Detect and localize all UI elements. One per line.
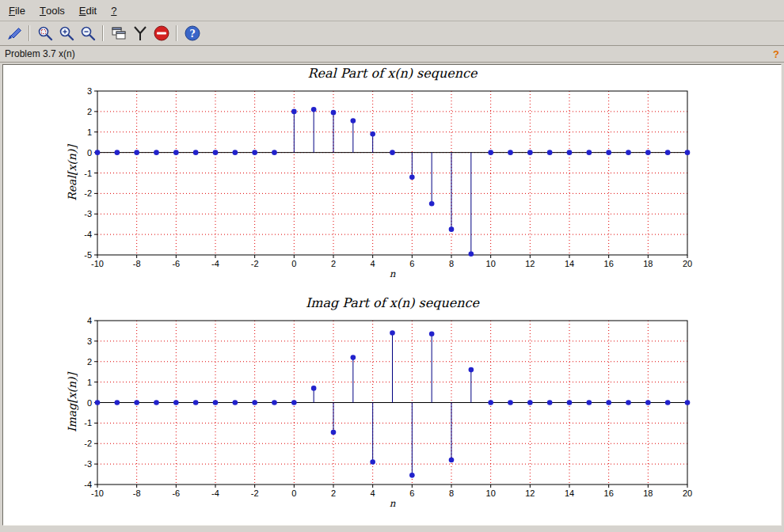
export-button[interactable] <box>3 23 25 44</box>
toolbar-separator <box>176 25 177 41</box>
svg-text:2: 2 <box>331 259 336 268</box>
canvas-frame: -10-8-6-4-202468101214161820-5-4-3-2-101… <box>0 63 784 532</box>
help-icon: ? <box>184 25 201 42</box>
svg-text:3: 3 <box>87 86 92 96</box>
svg-text:-8: -8 <box>133 259 141 268</box>
svg-text:4: 4 <box>87 316 92 325</box>
svg-text:?: ? <box>189 28 195 40</box>
info-bar: Problem 3.7 x(n) ? <box>0 46 784 63</box>
stop-button[interactable] <box>150 23 172 44</box>
svg-text:-4: -4 <box>84 230 92 239</box>
zoom-in-icon <box>58 25 75 42</box>
svg-text:-3: -3 <box>84 459 92 469</box>
svg-text:-5: -5 <box>84 250 92 260</box>
plot-group: -10-8-6-4-202468101214161820-4-3-2-10123… <box>66 295 692 509</box>
svg-text:-4: -4 <box>211 488 219 498</box>
export-icon <box>6 25 23 42</box>
svg-text:-2: -2 <box>251 488 259 498</box>
svg-text:12: 12 <box>525 488 535 498</box>
figure-title: Problem 3.7 x(n) <box>5 48 75 59</box>
zoom-area-button[interactable] <box>34 23 55 44</box>
svg-text:20: 20 <box>683 488 692 498</box>
svg-text:2: 2 <box>87 107 92 116</box>
svg-text:14: 14 <box>565 259 574 268</box>
menu-edit[interactable]: Edit <box>72 0 104 21</box>
svg-text:10: 10 <box>486 259 496 268</box>
svg-text:18: 18 <box>643 259 653 268</box>
svg-text:-6: -6 <box>172 259 180 268</box>
svg-text:12: 12 <box>525 259 535 268</box>
rotate-axes-button[interactable] <box>129 23 150 44</box>
svg-text:1: 1 <box>87 127 92 137</box>
svg-text:-8: -8 <box>133 488 141 498</box>
zoom-out-icon <box>79 25 97 42</box>
y-axis-label: Imag[x(n)] <box>66 372 79 432</box>
svg-text:0: 0 <box>87 398 92 408</box>
toolbar-separator <box>102 25 104 41</box>
imag-part-chart: -10-8-6-4-202468101214161820-4-3-2-10123… <box>3 294 781 524</box>
svg-text:-10: -10 <box>91 488 104 498</box>
menu-help[interactable]: ? <box>104 0 124 21</box>
svg-text:-4: -4 <box>211 259 219 268</box>
svg-text:8: 8 <box>449 259 454 268</box>
svg-text:-3: -3 <box>84 209 92 218</box>
menu-file[interactable]: File <box>2 0 32 21</box>
svg-text:-1: -1 <box>84 418 92 428</box>
real-part-chart: -10-8-6-4-202468101214161820-5-4-3-2-101… <box>3 65 781 294</box>
stems <box>95 330 691 477</box>
svg-text:16: 16 <box>604 259 614 268</box>
help-button[interactable]: ? <box>181 23 203 44</box>
svg-text:6: 6 <box>409 259 414 268</box>
zoom-area-icon <box>36 25 54 42</box>
svg-text:3: 3 <box>87 336 92 346</box>
svg-text:-2: -2 <box>84 439 92 448</box>
plot-canvas: -10-8-6-4-202468101214161820-5-4-3-2-101… <box>2 64 782 526</box>
zoom-in-button[interactable] <box>55 23 77 44</box>
svg-text:10: 10 <box>486 488 496 498</box>
svg-text:18: 18 <box>643 488 653 498</box>
x-axis-label: n <box>390 498 396 509</box>
tick-labels: -10-8-6-4-202468101214161820-4-3-2-10123… <box>84 316 692 498</box>
svg-text:14: 14 <box>565 488 574 498</box>
chart-title: Imag Part of x(n) sequence <box>306 295 481 310</box>
x-axis-label: n <box>390 268 396 279</box>
infobar-help[interactable]: ? <box>773 48 779 60</box>
y-axis-label: Real[x(n)] <box>66 144 78 201</box>
svg-text:-4: -4 <box>84 480 92 489</box>
svg-text:0: 0 <box>87 148 92 158</box>
svg-text:-2: -2 <box>251 259 259 268</box>
svg-text:2: 2 <box>331 488 336 498</box>
toolbar: ? <box>0 21 784 46</box>
svg-text:1: 1 <box>87 378 92 387</box>
svg-text:20: 20 <box>683 259 692 268</box>
zoom-out-button[interactable] <box>77 23 98 44</box>
stop-icon <box>153 25 170 42</box>
menu-bar: File Tools Edit ? <box>0 0 784 21</box>
svg-text:8: 8 <box>449 488 454 498</box>
menu-tools[interactable]: Tools <box>32 0 72 21</box>
svg-text:0: 0 <box>291 259 296 268</box>
svg-text:4: 4 <box>371 488 375 498</box>
svg-text:-10: -10 <box>91 259 104 268</box>
grid <box>97 91 687 255</box>
svg-text:-1: -1 <box>84 169 92 178</box>
rotate-axes-icon <box>131 25 149 42</box>
svg-text:-6: -6 <box>172 488 180 498</box>
toolbar-separator <box>29 25 30 41</box>
svg-text:0: 0 <box>291 488 296 498</box>
copy-figure-button[interactable] <box>108 23 129 44</box>
svg-text:16: 16 <box>604 488 614 498</box>
chart-title: Real Part of x(n) sequence <box>308 66 479 81</box>
svg-text:-2: -2 <box>84 188 92 198</box>
tick-labels: -10-8-6-4-202468101214161820-5-4-3-2-101… <box>84 86 692 268</box>
svg-text:6: 6 <box>409 488 414 498</box>
svg-text:2: 2 <box>87 357 92 367</box>
figure-window: File Tools Edit ? <box>0 0 784 532</box>
copy-figure-icon <box>110 25 127 42</box>
plot-group: -10-8-6-4-202468101214161820-5-4-3-2-101… <box>66 66 692 279</box>
svg-text:4: 4 <box>371 259 375 268</box>
